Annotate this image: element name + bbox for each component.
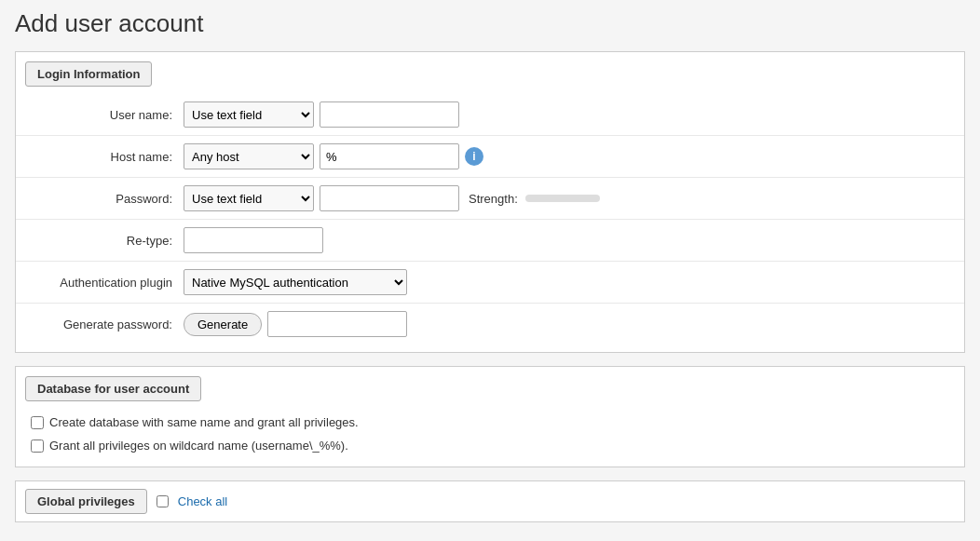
- database-options-body: Create database with same name and grant…: [16, 401, 964, 467]
- hostname-input[interactable]: [320, 143, 459, 169]
- auth-plugin-label: Authentication plugin: [34, 276, 184, 290]
- generate-button[interactable]: Generate: [184, 313, 262, 336]
- hostname-row: Host name: Any host i: [16, 136, 964, 178]
- strength-label: Strength:: [469, 192, 518, 206]
- hostname-info-icon[interactable]: i: [465, 147, 483, 166]
- password-label: Password:: [34, 192, 184, 206]
- database-section-header: Database for user account: [25, 376, 201, 401]
- grant-wildcard-label: Grant all privileges on wildcard name (u…: [49, 439, 348, 453]
- retype-row: Re-type:: [16, 220, 964, 262]
- create-database-checkbox[interactable]: [31, 416, 44, 429]
- password-type-select[interactable]: Use text field: [184, 185, 314, 211]
- global-privileges-header: Global privileges: [25, 489, 147, 514]
- username-controls: Use text field: [184, 101, 946, 128]
- create-database-label: Create database with same name and grant…: [49, 415, 359, 429]
- password-row: Password: Use text field Strength:: [16, 178, 964, 220]
- generate-password-label: Generate password:: [34, 318, 184, 331]
- retype-label: Re-type:: [34, 234, 184, 248]
- login-information-panel: Login Information User name: Use text fi…: [15, 51, 965, 353]
- page-title: Add user account: [15, 9, 965, 38]
- retype-controls: [184, 227, 946, 253]
- hostname-controls: Any host i: [184, 143, 946, 169]
- grant-wildcard-row: Grant all privileges on wildcard name (u…: [31, 434, 949, 457]
- username-label: User name:: [34, 108, 184, 122]
- password-input[interactable]: [320, 185, 459, 211]
- global-privileges-header-row: Global privileges Check all: [16, 481, 964, 521]
- username-row: User name: Use text field: [16, 94, 964, 136]
- global-privileges-panel: Global privileges Check all: [15, 480, 965, 522]
- create-database-row: Create database with same name and grant…: [31, 411, 949, 434]
- retype-input[interactable]: [184, 227, 323, 253]
- check-all-link[interactable]: Check all: [178, 494, 227, 508]
- auth-plugin-row: Authentication plugin Native MySQL authe…: [16, 262, 964, 304]
- grant-wildcard-checkbox[interactable]: [31, 440, 44, 453]
- login-form: User name: Use text field Host name: Any…: [16, 87, 964, 352]
- generate-password-row: Generate password: Generate: [16, 304, 964, 345]
- auth-plugin-select[interactable]: Native MySQL authentication: [184, 269, 407, 295]
- username-type-select[interactable]: Use text field: [184, 101, 314, 128]
- check-all-checkbox[interactable]: [157, 495, 169, 507]
- password-controls: Use text field Strength:: [184, 185, 946, 211]
- database-section-panel: Database for user account Create databas…: [15, 366, 965, 467]
- hostname-type-select[interactable]: Any host: [184, 143, 314, 169]
- strength-bar: [525, 195, 600, 202]
- username-input[interactable]: [320, 101, 459, 128]
- generate-password-controls: Generate: [184, 311, 946, 337]
- auth-plugin-controls: Native MySQL authentication: [184, 269, 946, 295]
- generated-password-input[interactable]: [267, 311, 407, 337]
- hostname-label: Host name:: [34, 150, 184, 164]
- login-information-header: Login Information: [25, 61, 152, 87]
